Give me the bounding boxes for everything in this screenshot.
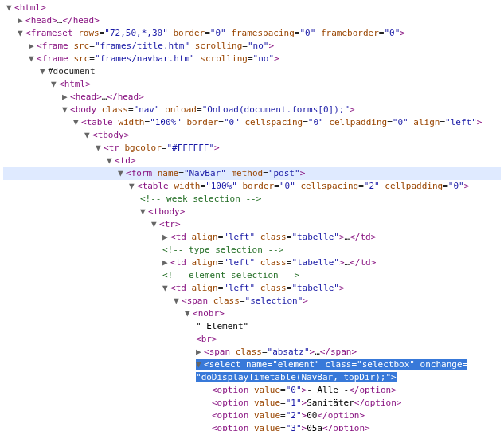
dom-node-br: <br> <box>3 333 501 346</box>
dom-node-option[interactable]: <option value="1">Sanitäter</option> <box>3 397 501 409</box>
dom-node-tbody-inner[interactable]: ▼<tbody> <box>3 206 501 218</box>
dom-node-td-outer[interactable]: ▼<td> <box>3 155 501 167</box>
dom-comment-element: <!-- element selection --> <box>3 269 501 282</box>
dom-node-frameset[interactable]: ▼<frameset rows="72,50,*,30" border="0" … <box>3 27 501 40</box>
expand-arrow[interactable]: ▼ <box>185 308 193 320</box>
dom-node-html[interactable]: ▼<html> <box>3 2 501 14</box>
dom-node-table-inner[interactable]: ▼<table width="100%" border="0" cellspac… <box>3 180 501 193</box>
dom-node-option[interactable]: <option value="3">05a</option> <box>3 422 501 431</box>
expand-arrow[interactable]: ▼ <box>40 65 48 78</box>
expand-arrow[interactable]: ▼ <box>29 53 37 65</box>
dom-node-body[interactable]: ▼<body class="nav" onload="OnLoad(docume… <box>3 104 501 116</box>
collapse-arrow[interactable]: ▶ <box>62 91 70 104</box>
expand-arrow[interactable]: ▼ <box>140 206 148 218</box>
dom-node-head-inner[interactable]: ▶<head>…</head> <box>3 91 501 104</box>
expand-arrow[interactable]: ▼ <box>96 142 104 155</box>
expand-arrow[interactable]: ▼ <box>196 359 204 371</box>
dom-node-html-inner[interactable]: ▼<html> <box>3 78 501 91</box>
dom-node-td-element[interactable]: ▼<td align="left" class="tabelle"> <box>3 282 501 295</box>
collapse-arrow[interactable]: ▶ <box>196 346 204 359</box>
expand-arrow[interactable]: ▼ <box>73 116 81 129</box>
dom-node-tr-inner[interactable]: ▼<tr> <box>3 218 501 231</box>
dom-comment-week: <!-- week selection --> <box>3 193 501 206</box>
expand-arrow[interactable]: ▼ <box>162 282 170 295</box>
dom-document-node[interactable]: ▼#document <box>3 65 501 78</box>
expand-arrow[interactable]: ▼ <box>51 78 59 91</box>
collapse-arrow[interactable]: ▶ <box>18 14 25 27</box>
expand-arrow[interactable]: ▼ <box>6 2 14 14</box>
dom-node-table-outer[interactable]: ▼<table width="100%" border="0" cellspac… <box>3 116 501 129</box>
dom-node-nobr[interactable]: ▼<nobr> <box>3 308 501 320</box>
collapse-arrow[interactable]: ▶ <box>162 257 170 269</box>
expand-arrow[interactable]: ▼ <box>18 27 25 40</box>
collapse-arrow[interactable]: ▶ <box>162 231 170 244</box>
dom-node-option[interactable]: <option value="2">00</option> <box>3 409 501 422</box>
dom-node-head[interactable]: ▶<head>…</head> <box>3 14 501 27</box>
dom-node-tr-outer[interactable]: ▼<tr bgcolor="#FFFFFF"> <box>3 142 501 155</box>
expand-arrow[interactable]: ▼ <box>84 129 92 142</box>
dom-node-td-week[interactable]: ▶<td align="left" class="tabelle">…</td> <box>3 231 501 244</box>
dom-node-frame-navbar[interactable]: ▼<frame src="frames/navbar.htm" scrollin… <box>3 53 501 65</box>
dom-node-span-selection[interactable]: ▼<span class="selection"> <box>3 295 501 308</box>
dom-node-select-selected[interactable]: ▼<select name="element" class="selectbox… <box>3 359 501 384</box>
collapse-arrow[interactable]: ▶ <box>29 40 37 53</box>
expand-arrow[interactable]: ▼ <box>129 180 137 193</box>
expand-arrow[interactable]: ▼ <box>174 295 182 308</box>
dom-text-element: " Element" <box>3 320 501 333</box>
expand-arrow[interactable]: ▼ <box>107 155 115 167</box>
dom-node-td-type[interactable]: ▶<td align="left" class="tabelle">…</td> <box>3 257 501 269</box>
dom-node-span-absatz[interactable]: ▶<span class="absatz">…</span> <box>3 346 501 359</box>
expand-arrow[interactable]: ▼ <box>151 218 159 231</box>
dom-node-frame-title[interactable]: ▶<frame src="frames/title.htm" scrolling… <box>3 40 501 53</box>
dom-node-option[interactable]: <option value="0">- Alle -</option> <box>3 384 501 397</box>
dom-comment-type: <!-- type selection --> <box>3 244 501 257</box>
dom-node-form[interactable]: ▼<form name="NavBar" method="post"> <box>3 167 501 180</box>
expand-arrow[interactable]: ▼ <box>118 167 126 180</box>
expand-arrow[interactable]: ▼ <box>62 104 70 116</box>
dom-node-tbody-outer[interactable]: ▼<tbody> <box>3 129 501 142</box>
